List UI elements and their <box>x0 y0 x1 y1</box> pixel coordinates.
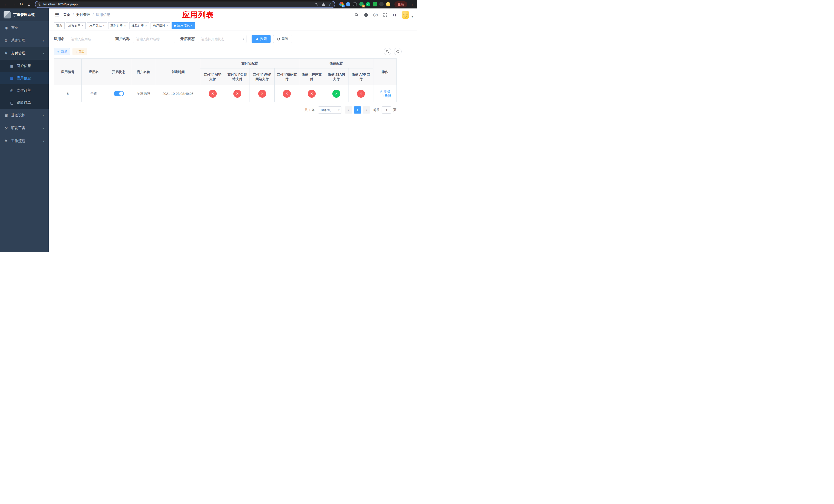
gear-icon: ⚙ <box>4 39 8 43</box>
avatar[interactable] <box>402 11 409 19</box>
bookmark-star-icon[interactable]: ☆ <box>329 2 332 7</box>
browser-menu-icon[interactable]: ⋮ <box>410 2 414 7</box>
reset-button[interactable]: 重置 <box>273 35 292 43</box>
site-info-icon[interactable]: ⓘ <box>38 2 41 7</box>
payment-submenu: ▤ 商户信息 ▦ 应用信息 ◎ 支付订单 ▢ 退款订单 <box>0 60 49 109</box>
merchant-name-input[interactable] <box>133 35 175 43</box>
tab-process-form[interactable]: 流程表单 × <box>66 22 86 29</box>
group-header-alipay: 支付宝配置 <box>200 59 299 68</box>
sidebar-item-pay-order[interactable]: ◎ 支付订单 <box>0 84 49 97</box>
delete-link[interactable]: 删除 <box>381 94 392 98</box>
col-header-status: 开启状态 <box>106 59 131 85</box>
sidebar-item-workflow[interactable]: ⚑ 工作流程 ∨ <box>0 135 49 147</box>
close-icon[interactable]: × <box>167 24 168 27</box>
breadcrumb-home[interactable]: 首页 <box>63 13 70 17</box>
sidebar-item-payment[interactable]: ¥ 支付管理 ∧ <box>0 47 49 60</box>
goto-label: 前往 <box>373 108 380 112</box>
credit-card-icon: ▤ <box>10 64 14 68</box>
document-icon: ▢ <box>10 101 14 105</box>
dashboard-icon: ◉ <box>4 26 8 30</box>
status-label: 开启状态 <box>180 37 195 41</box>
extension-pinned-icon[interactable]: 10 <box>339 2 344 6</box>
tab-user-group[interactable]: 用户分组 × <box>87 22 107 29</box>
table-row: 6 芋道 芋道源码 2021-10-23 08:49:25 ✕ ✕ ✕ ✕ ✕ … <box>54 85 397 102</box>
prev-page-button[interactable]: ‹ <box>345 107 352 114</box>
password-key-icon[interactable] <box>315 2 319 6</box>
address-bar[interactable]: ⓘ localhost:1024/pay/app ☆ <box>36 1 335 7</box>
edit-link[interactable]: 修改 <box>380 89 390 94</box>
sidebar-item-system[interactable]: ⚙ 系统管理 ∨ <box>0 34 49 47</box>
page-number-button[interactable]: 1 <box>354 107 361 114</box>
github-icon[interactable] <box>364 12 369 18</box>
status-select[interactable]: ▾ <box>198 35 246 43</box>
col-header-alipay-app: 支付宝 APP 支付 <box>200 68 225 85</box>
extension-green-badge-icon[interactable]: 1 <box>359 2 364 6</box>
wx-jsapi-status-icon: ✓ <box>332 90 340 98</box>
page-unit-label: 页 <box>393 108 396 112</box>
col-header-wx-mini: 微信小程序支付 <box>299 68 324 85</box>
close-icon[interactable]: × <box>124 24 126 27</box>
main-area: ☰ 首页 / 支付管理 / 应用信息 应用列表 ? TT <box>49 8 417 252</box>
sidebar-collapse-icon[interactable]: ☰ <box>53 12 61 18</box>
chevron-down-icon: ∨ <box>43 39 45 42</box>
extension-drop-icon[interactable] <box>346 2 350 6</box>
extension-face-icon[interactable] <box>386 2 390 6</box>
extension-square-icon[interactable] <box>373 2 377 6</box>
browser-update-button[interactable]: 更新 <box>394 1 407 7</box>
page-title: 应用列表 <box>182 10 214 20</box>
close-icon[interactable]: × <box>145 24 147 27</box>
tab-pay-order[interactable]: 支付订单 × <box>108 22 128 29</box>
breadcrumb-payment[interactable]: 支付管理 <box>76 13 90 17</box>
user-menu-caret-icon[interactable]: ▾ <box>412 15 413 18</box>
tab-refund-order[interactable]: 退款订单 × <box>129 22 149 29</box>
app-name-input[interactable] <box>68 35 110 43</box>
sidebar-item-infrastructure[interactable]: ▣ 基础设施 ∨ <box>0 109 49 122</box>
close-icon[interactable]: × <box>191 24 192 27</box>
page-size-select[interactable]: ▾ <box>318 107 342 114</box>
search-button[interactable]: 搜索 <box>251 35 270 43</box>
group-header-wechat: 微信配置 <box>299 59 373 68</box>
alipay-pc-status-icon: ✕ <box>233 90 241 98</box>
reload-icon[interactable]: ↻ <box>18 1 25 8</box>
app-name-label: 应用名 <box>54 37 65 41</box>
fullscreen-icon[interactable] <box>382 12 388 18</box>
search-icon[interactable] <box>354 12 359 18</box>
sidebar-item-app-info[interactable]: ▦ 应用信息 <box>0 72 49 84</box>
sidebar-item-merchant-info[interactable]: ▤ 商户信息 <box>0 60 49 72</box>
tools-icon: ⚒ <box>4 126 8 130</box>
home-icon[interactable]: ⌂ <box>26 1 32 8</box>
content: 应用名 商户名称 开启状态 ▾ 搜索 <box>49 30 402 114</box>
toggle-search-icon[interactable] <box>384 48 391 55</box>
export-button[interactable]: ↓ 导出 <box>72 48 87 55</box>
tab-merchant-info[interactable]: 商户信息 × <box>151 22 170 29</box>
close-icon[interactable]: × <box>103 24 104 27</box>
back-icon[interactable]: ← <box>3 1 9 8</box>
sidebar-item-refund-order[interactable]: ▢ 退款订单 <box>0 97 49 109</box>
sidebar-item-dev-tools[interactable]: ⚒ 研发工具 ∨ <box>0 122 49 135</box>
add-button[interactable]: ＋ 新增 <box>54 48 70 55</box>
next-page-button[interactable]: › <box>363 107 370 114</box>
row-enabled-toggle[interactable] <box>114 91 124 96</box>
extension-dark-icon[interactable] <box>353 2 357 6</box>
tab-home[interactable]: 首页 <box>54 22 65 29</box>
font-size-icon[interactable]: TT <box>392 12 397 18</box>
sidebar-item-home[interactable]: ◉ 首页 <box>0 21 49 34</box>
extension-puzzle-icon[interactable] <box>379 2 384 6</box>
refresh-icon[interactable] <box>394 48 402 55</box>
page-header: ☰ 首页 / 支付管理 / 应用信息 应用列表 ? TT <box>49 8 417 21</box>
app-table: 应用编号 应用名 开启状态 商户名称 创建时间 支付宝配置 微信配置 操作 支付… <box>54 59 397 102</box>
goto-page-input[interactable] <box>381 107 391 114</box>
cell-status <box>106 85 131 102</box>
col-header-alipay-pc: 支付宝 PC 网站支付 <box>225 68 250 85</box>
help-icon[interactable]: ? <box>373 12 378 18</box>
forward-icon[interactable]: → <box>10 1 17 8</box>
extension-badge: 1 <box>361 5 365 7</box>
header-actions: ? TT ▾ <box>354 11 413 19</box>
order-icon: ◎ <box>10 88 14 93</box>
tab-app-info[interactable]: 应用信息 × <box>172 22 195 29</box>
extension-check-icon[interactable]: ✓ <box>366 2 370 6</box>
close-icon[interactable]: × <box>82 24 83 27</box>
share-icon[interactable] <box>322 2 326 6</box>
browser-chrome: ← → ↻ ⌂ ⓘ localhost:1024/pay/app ☆ 10 1 … <box>0 0 417 8</box>
breadcrumb: 首页 / 支付管理 / 应用信息 <box>63 13 110 17</box>
